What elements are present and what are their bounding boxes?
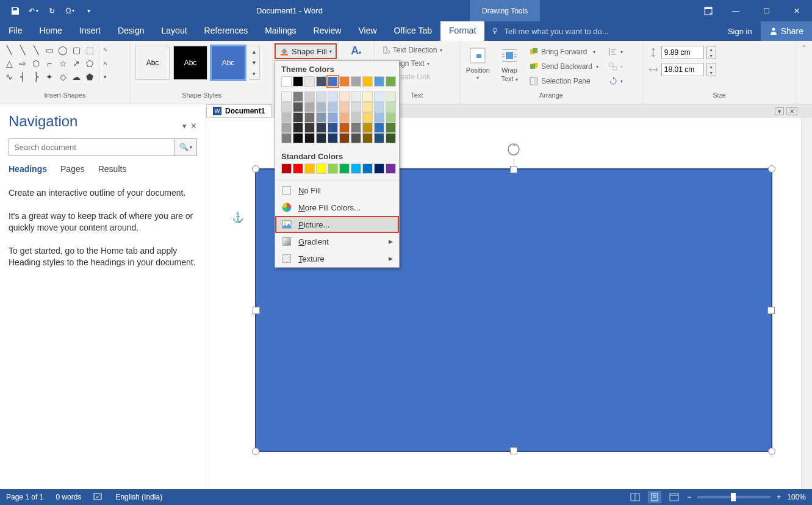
color-swatch[interactable]: [339, 133, 350, 143]
color-swatch[interactable]: [293, 123, 303, 133]
color-swatch[interactable]: [316, 102, 326, 112]
tab-home[interactable]: Home: [31, 21, 71, 41]
qat-omega-button[interactable]: Ω ▾: [61, 2, 79, 20]
textbox-icon[interactable]: A: [99, 57, 111, 70]
color-swatch[interactable]: [374, 76, 384, 87]
nav-tab-results[interactable]: Results: [98, 164, 127, 174]
color-swatch[interactable]: [316, 91, 326, 102]
texture-fill-item[interactable]: Texture ▶: [275, 250, 399, 267]
shape-line-icon[interactable]: ╲: [2, 43, 16, 57]
group-button[interactable]: ▾: [605, 60, 627, 73]
color-swatch[interactable]: [362, 91, 373, 102]
tabbar-dropdown-icon[interactable]: ▾: [775, 107, 784, 115]
style-thumb-1[interactable]: Abc: [135, 46, 170, 80]
undo-button[interactable]: ↶ ▾: [24, 2, 43, 20]
send-backward-button[interactable]: Send Backward▾: [525, 60, 602, 73]
maximize-button[interactable]: ☐: [751, 0, 781, 21]
color-swatch[interactable]: [351, 163, 361, 174]
redo-button[interactable]: ↻: [43, 2, 61, 20]
qat-customize-button[interactable]: ▾: [79, 2, 98, 20]
read-mode-icon[interactable]: [628, 491, 642, 503]
color-swatch[interactable]: [386, 163, 396, 174]
shapes-gallery[interactable]: ╲╲╲▭◯▢⬚ △⇨⬡⌐☆↗⬠ ∿⎨⎬✦◇☁⬟: [2, 43, 96, 84]
color-swatch[interactable]: [351, 112, 361, 123]
height-input[interactable]: 9.89 cm: [661, 46, 704, 59]
color-swatch[interactable]: [304, 91, 315, 102]
zoom-in-button[interactable]: +: [777, 493, 781, 501]
color-swatch[interactable]: [293, 133, 303, 143]
shape-rrect-icon[interactable]: ▢: [70, 43, 83, 57]
color-swatch[interactable]: [281, 91, 292, 102]
color-swatch[interactable]: [328, 91, 338, 102]
color-swatch[interactable]: [304, 102, 315, 112]
vertical-scrollbar[interactable]: [801, 118, 812, 489]
color-swatch[interactable]: [328, 133, 338, 143]
style-up-icon[interactable]: ▲: [249, 46, 259, 57]
resize-handle-ne[interactable]: [768, 165, 775, 173]
shape-callout-icon[interactable]: ⬠: [83, 57, 96, 70]
color-swatch[interactable]: [328, 76, 338, 87]
shape-conn-icon[interactable]: ⌐: [43, 57, 56, 70]
collapse-ribbon-icon[interactable]: ˆ: [796, 41, 812, 104]
save-icon[interactable]: [6, 2, 24, 20]
search-button[interactable]: 🔍 ▾: [174, 139, 196, 155]
color-swatch[interactable]: [339, 76, 350, 87]
color-swatch[interactable]: [339, 123, 350, 133]
color-swatch[interactable]: [386, 91, 396, 102]
shape-hex-icon[interactable]: ⬡: [29, 57, 43, 70]
color-swatch[interactable]: [328, 123, 338, 133]
tab-office-tab[interactable]: Office Tab: [386, 21, 441, 41]
color-swatch[interactable]: [351, 123, 361, 133]
tab-design[interactable]: Design: [109, 21, 153, 41]
proofing-icon[interactable]: [93, 493, 103, 501]
tab-layout[interactable]: Layout: [153, 21, 196, 41]
color-swatch[interactable]: [374, 123, 384, 133]
color-swatch[interactable]: [362, 123, 373, 133]
color-swatch[interactable]: [351, 133, 361, 143]
picture-fill-item[interactable]: Picture...: [275, 216, 399, 233]
shape-line3-icon[interactable]: ╲: [29, 43, 43, 57]
color-swatch[interactable]: [339, 112, 350, 123]
color-swatch[interactable]: [351, 91, 361, 102]
style-thumb-3[interactable]: Abc: [211, 46, 245, 80]
shape-oval-icon[interactable]: ◯: [56, 43, 70, 57]
nav-options-icon[interactable]: ▾: [182, 121, 187, 131]
style-thumb-2[interactable]: Abc: [173, 46, 207, 80]
color-swatch[interactable]: [374, 91, 384, 102]
language-status[interactable]: English (India): [115, 493, 162, 501]
color-swatch[interactable]: [293, 163, 303, 174]
nav-close-icon[interactable]: ✕: [190, 121, 197, 131]
color-swatch[interactable]: [386, 112, 396, 123]
position-button[interactable]: Position▾: [462, 43, 494, 83]
resize-handle-e[interactable]: [767, 307, 775, 314]
anchor-icon[interactable]: ⚓: [232, 212, 244, 223]
shape-plus-icon[interactable]: ✦: [43, 70, 56, 84]
web-layout-icon[interactable]: [667, 491, 681, 503]
shape-tri-icon[interactable]: △: [2, 57, 16, 70]
color-swatch[interactable]: [304, 163, 315, 174]
color-swatch[interactable]: [362, 76, 373, 87]
color-swatch[interactable]: [386, 123, 396, 133]
print-layout-icon[interactable]: [648, 491, 661, 503]
rotate-button[interactable]: ▾: [605, 75, 627, 87]
tabbar-close-icon[interactable]: ✕: [786, 107, 797, 115]
color-swatch[interactable]: [281, 76, 292, 87]
more-shapes-icon[interactable]: ▾: [99, 70, 111, 84]
gradient-fill-item[interactable]: Gradient ▶: [275, 233, 399, 250]
minimize-button[interactable]: —: [720, 0, 751, 21]
color-swatch[interactable]: [304, 123, 315, 133]
shape-brace2-icon[interactable]: ⎬: [29, 70, 43, 84]
color-swatch[interactable]: [386, 102, 396, 112]
color-swatch[interactable]: [304, 133, 315, 143]
color-swatch[interactable]: [281, 102, 292, 112]
color-swatch[interactable]: [362, 102, 373, 112]
color-swatch[interactable]: [316, 112, 326, 123]
zoom-level[interactable]: 100%: [787, 493, 806, 501]
color-swatch[interactable]: [293, 76, 303, 87]
color-swatch[interactable]: [281, 123, 292, 133]
color-swatch[interactable]: [339, 102, 350, 112]
sign-in-button[interactable]: Sign in: [719, 21, 761, 41]
color-swatch[interactable]: [386, 76, 396, 87]
edit-shape-icon[interactable]: ✎: [99, 43, 111, 57]
shape-textbox-icon[interactable]: ⬚: [83, 43, 96, 57]
